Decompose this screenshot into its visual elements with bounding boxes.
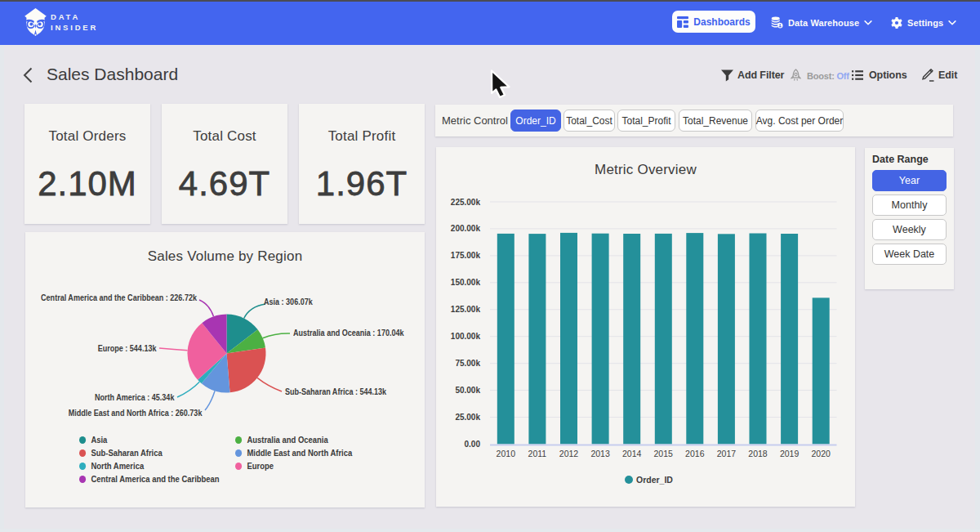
- svg-text:2013: 2013: [590, 449, 610, 458]
- svg-text:0.00: 0.00: [465, 440, 481, 449]
- svg-text:175.00k: 175.00k: [451, 251, 481, 260]
- svg-text:Order_ID: Order_ID: [636, 475, 673, 485]
- svg-text:225.00k: 225.00k: [451, 198, 481, 207]
- svg-text:2011: 2011: [528, 449, 547, 458]
- svg-text:50.00k: 50.00k: [455, 386, 480, 395]
- svg-text:2019: 2019: [780, 449, 800, 458]
- svg-text:2020: 2020: [812, 449, 831, 458]
- svg-text:125.00k: 125.00k: [451, 305, 481, 314]
- svg-text:25.00k: 25.00k: [455, 413, 480, 422]
- svg-text:200.00k: 200.00k: [451, 224, 481, 233]
- svg-text:150.00k: 150.00k: [451, 278, 481, 287]
- svg-text:2015: 2015: [654, 449, 674, 458]
- svg-text:75.00k: 75.00k: [455, 359, 480, 368]
- svg-text:2012: 2012: [559, 449, 579, 458]
- svg-text:100.00k: 100.00k: [451, 332, 481, 341]
- svg-text:2016: 2016: [685, 449, 705, 458]
- svg-text:2014: 2014: [622, 449, 642, 458]
- svg-text:2010: 2010: [497, 449, 516, 458]
- svg-text:2017: 2017: [717, 449, 737, 458]
- svg-text:2018: 2018: [748, 449, 768, 458]
